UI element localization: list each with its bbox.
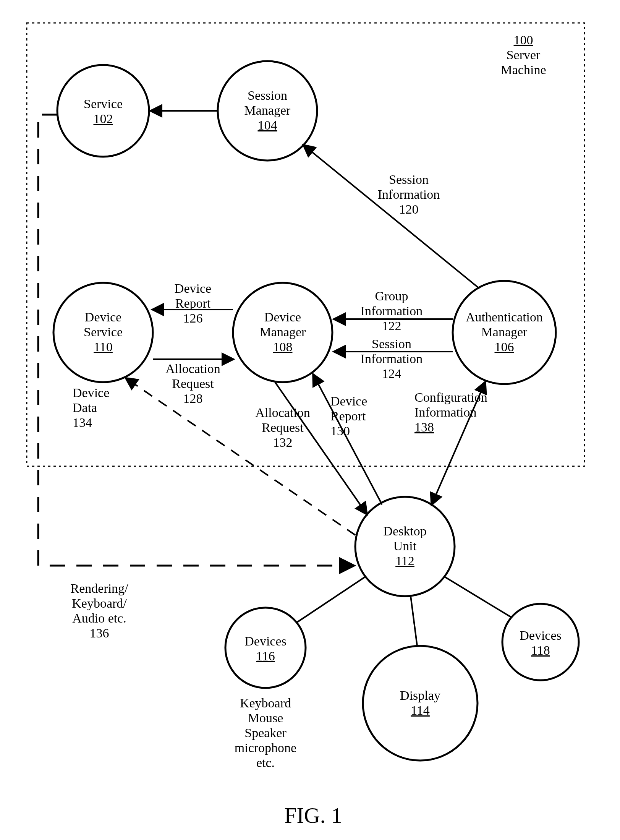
edge-desktop-to-devices118 — [445, 577, 511, 617]
node-session-manager — [218, 61, 317, 161]
node-desktop-unit — [355, 497, 455, 596]
node-device-service — [53, 283, 153, 382]
node-device-manager — [233, 283, 332, 382]
node-display — [363, 646, 478, 761]
edge-desktop-to-display — [411, 596, 417, 646]
node-devices-right — [502, 604, 579, 680]
edge-auth-to-sessmgr — [304, 145, 479, 289]
figure-label: FIG. 1 — [267, 803, 359, 828]
edge-desktop-to-devsvc-data — [126, 378, 355, 535]
node-service — [57, 65, 149, 157]
edge-desktop-to-devices116 — [297, 577, 365, 622]
node-auth-manager — [453, 281, 556, 384]
node-devices-left — [225, 608, 306, 688]
diagram-stage: 100 Server Machine Service 102 Session M… — [0, 0, 620, 840]
diagram-svg — [0, 0, 620, 840]
edge-auth-desktop-config — [432, 382, 485, 504]
edge-desktop-to-devmgr-report — [313, 375, 382, 504]
